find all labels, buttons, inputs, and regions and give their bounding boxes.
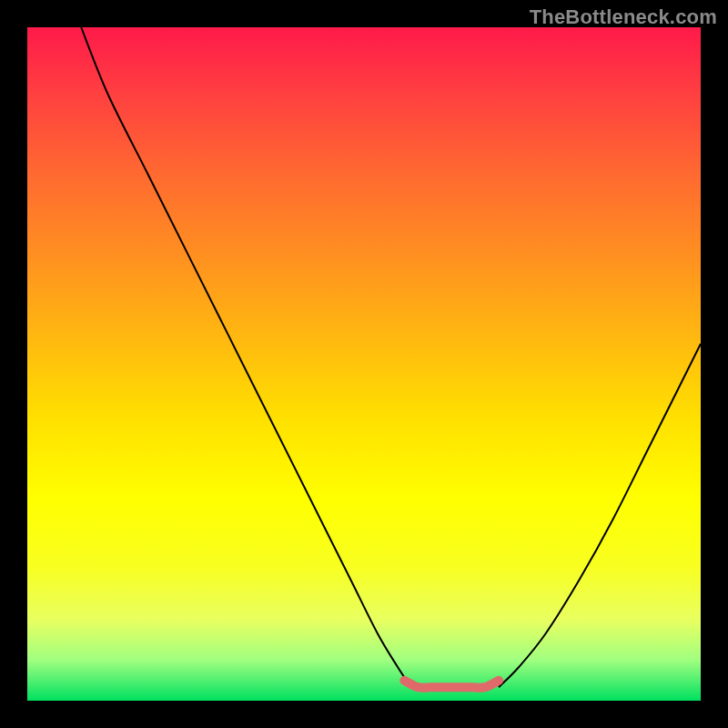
flat-bottom-curve (404, 681, 499, 688)
left-curve (81, 27, 411, 687)
line-layer (27, 27, 701, 701)
right-curve (499, 344, 701, 687)
watermark-text: TheBottleneck.com (530, 5, 717, 29)
plot-area (27, 27, 701, 701)
chart-container: TheBottleneck.com (0, 0, 728, 728)
